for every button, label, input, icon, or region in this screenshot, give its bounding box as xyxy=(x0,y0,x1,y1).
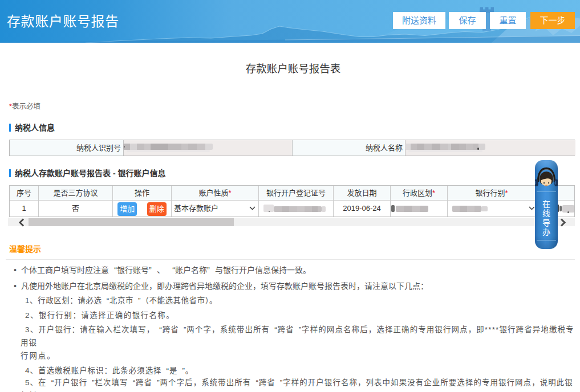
svg-text:线: 线 xyxy=(542,209,550,218)
svg-text:在: 在 xyxy=(542,199,550,209)
svg-text:办: 办 xyxy=(542,227,550,236)
svg-text:导: 导 xyxy=(542,218,550,227)
